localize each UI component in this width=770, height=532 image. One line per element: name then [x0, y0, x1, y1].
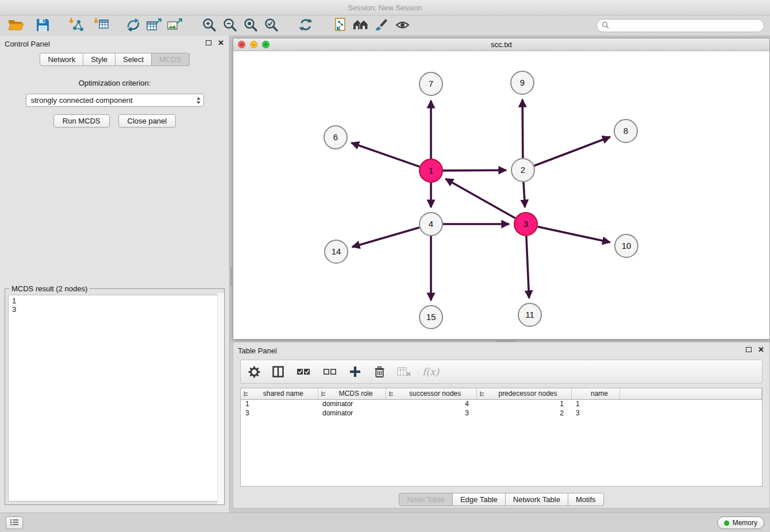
result-scrollbar[interactable]	[217, 293, 224, 504]
maximize-window-icon[interactable]: +	[262, 41, 270, 48]
graph-node-10[interactable]: 10	[615, 234, 638, 257]
tab-edge-table[interactable]: Edge Table	[453, 493, 506, 506]
float-panel-icon[interactable]	[206, 40, 211, 45]
run-mcds-button[interactable]: Run MCDS	[53, 114, 110, 128]
function-builder-icon[interactable]: f(x)	[422, 364, 439, 379]
column-options-icon[interactable]	[388, 391, 394, 399]
close-table-panel-icon[interactable]: ✕	[758, 346, 764, 353]
table-cell[interactable]: 1	[241, 399, 318, 408]
graph-node-2[interactable]: 2	[511, 159, 534, 182]
search-icon	[602, 21, 609, 30]
graph-node-1[interactable]: 1	[419, 159, 442, 182]
graph-node-label: 9	[520, 78, 525, 87]
network-graph[interactable]: 7968124314101511	[233, 51, 769, 339]
graph-node-3[interactable]: 3	[514, 213, 537, 236]
table-cell[interactable]: 2	[476, 408, 571, 418]
tab-network-table[interactable]: Network Table	[506, 493, 568, 506]
close-panel-button[interactable]: Close panel	[118, 114, 176, 128]
table-cell[interactable]: 3	[571, 408, 619, 418]
first-neighbors-button[interactable]	[351, 17, 371, 34]
graph-edge-1-2[interactable]	[443, 170, 506, 171]
criterion-value: strongly connected component	[31, 96, 133, 105]
column-options-icon[interactable]	[321, 391, 326, 399]
show-hide-button[interactable]	[392, 17, 413, 34]
graph-node-4[interactable]: 4	[419, 213, 442, 236]
import-network-button[interactable]	[66, 17, 86, 34]
clone-network-button[interactable]	[330, 17, 351, 34]
column-options-icon[interactable]	[243, 391, 249, 399]
settings-gear-icon[interactable]	[248, 364, 260, 379]
table-cell[interactable]: 4	[386, 399, 476, 408]
column-mcds-role[interactable]: MCDS role	[318, 388, 386, 399]
save-session-button[interactable]	[32, 17, 53, 34]
graph-node-8[interactable]: 8	[614, 119, 637, 142]
column-name[interactable]: name	[571, 388, 619, 399]
network-window-titlebar[interactable]: ✕ − + scc.txt	[233, 38, 769, 51]
delete-row-icon[interactable]	[373, 364, 386, 379]
tab-node-table[interactable]: Node Table	[399, 493, 453, 506]
zoom-in-button[interactable]	[199, 17, 220, 34]
show-columns-icon[interactable]	[272, 364, 284, 379]
zoom-fit-button[interactable]	[240, 17, 261, 34]
close-window-icon[interactable]: ✕	[238, 41, 245, 48]
column-successor-nodes[interactable]: successor nodes	[386, 388, 476, 399]
mcds-result-text[interactable]: 1 3	[8, 295, 221, 502]
export-image-button[interactable]	[164, 17, 185, 34]
graph-edge-3-1[interactable]	[445, 179, 515, 218]
export-network-icon	[126, 17, 141, 34]
table-cell[interactable]: 3	[386, 408, 476, 418]
minimize-window-icon[interactable]: −	[250, 41, 257, 48]
deselect-all-icon[interactable]	[322, 364, 337, 379]
add-row-icon[interactable]	[349, 364, 361, 379]
graph-node-11[interactable]: 11	[518, 303, 541, 326]
graph-edge-1-6[interactable]	[351, 143, 419, 167]
zoom-selected-button[interactable]	[261, 17, 282, 34]
column-predecessor-nodes[interactable]: predecessor nodes	[476, 388, 571, 399]
memory-button[interactable]: Memory	[717, 516, 764, 529]
zoom-out-button[interactable]	[220, 17, 240, 34]
graph-node-15[interactable]: 15	[419, 306, 442, 329]
table-cell[interactable]: dominator	[318, 399, 386, 408]
close-panel-icon[interactable]: ✕	[218, 40, 224, 46]
tab-mcds[interactable]: MCDS	[152, 53, 189, 66]
graph-edge-2-9[interactable]	[522, 99, 523, 158]
graph-node-6[interactable]: 6	[324, 126, 347, 149]
graph-edge-2-3[interactable]	[523, 182, 525, 207]
import-table-button[interactable]	[91, 17, 111, 34]
column-options-icon[interactable]	[479, 391, 485, 399]
export-table-button[interactable]	[144, 17, 164, 34]
table-cell[interactable]: dominator	[318, 408, 386, 418]
status-bar: Memory	[0, 512, 770, 532]
graph-edge-4-14[interactable]	[352, 228, 419, 247]
apply-layout-button[interactable]	[295, 17, 316, 34]
float-table-panel-icon[interactable]	[746, 347, 752, 352]
delete-table-icon[interactable]	[397, 364, 411, 379]
panel-menu-button[interactable]	[6, 516, 23, 529]
column-shared-name[interactable]: shared name	[241, 388, 318, 399]
tab-select[interactable]: Select	[116, 53, 152, 66]
tab-network[interactable]: Network	[40, 53, 83, 66]
export-network-button[interactable]	[123, 17, 144, 34]
table-cell[interactable]: 1	[476, 399, 571, 408]
graph-edge-3-10[interactable]	[538, 227, 610, 242]
graph-node-label: 14	[332, 246, 341, 256]
search-input[interactable]	[612, 22, 759, 30]
table-row[interactable]: 3dominator323	[241, 408, 762, 418]
graph-edge-3-11[interactable]	[526, 236, 529, 298]
select-all-icon[interactable]	[296, 364, 311, 379]
open-session-button[interactable]	[6, 17, 26, 34]
tab-style[interactable]: Style	[83, 53, 116, 66]
tab-motifs[interactable]: Motifs	[568, 493, 604, 506]
apply-style-button[interactable]	[371, 17, 392, 34]
criterion-dropdown[interactable]: strongly connected component	[26, 94, 204, 107]
table-cell[interactable]: 3	[241, 408, 318, 418]
graph-node-7[interactable]: 7	[419, 72, 442, 95]
table-cell[interactable]: 1	[571, 399, 619, 408]
graph-node-9[interactable]: 9	[511, 71, 534, 94]
graph-edge-2-8[interactable]	[534, 137, 610, 165]
toolbar-search[interactable]	[596, 19, 764, 32]
window-titlebar[interactable]: Session: New Session	[0, 0, 770, 16]
network-view[interactable]: 7968124314101511	[233, 51, 769, 339]
graph-node-14[interactable]: 14	[325, 240, 348, 263]
table-row[interactable]: 1dominator411	[241, 399, 762, 408]
